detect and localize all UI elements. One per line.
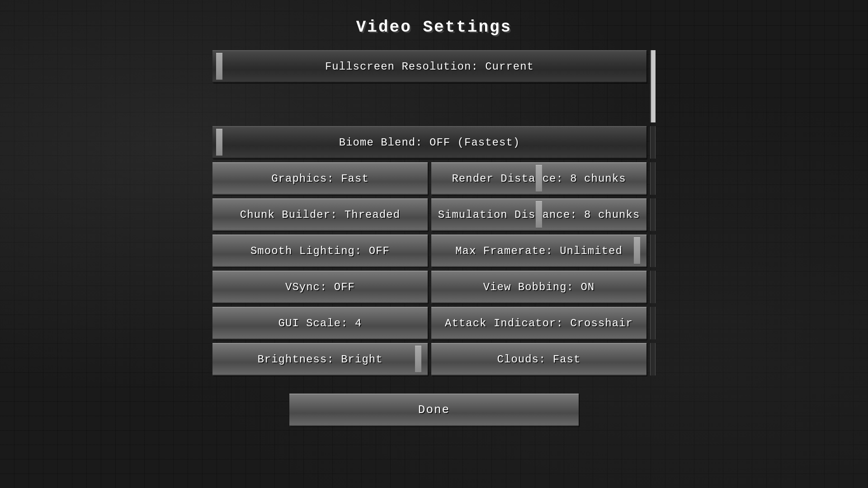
fullscreen-resolution-row: Fullscreen Resolution: Current xyxy=(212,50,656,122)
fullscreen-resolution-wrapper: Fullscreen Resolution: Current xyxy=(212,50,646,83)
brightness-button[interactable]: Brightness: Bright xyxy=(212,343,428,375)
simulation-distance-slider[interactable] xyxy=(536,201,542,228)
brightness-wrapper: Brightness: Bright xyxy=(212,343,428,375)
graphics-button[interactable]: Graphics: Fast xyxy=(212,162,428,195)
vsync-button[interactable]: VSync: OFF xyxy=(212,271,428,303)
biome-blend-wrapper: Biome Blend: OFF (Fastest) xyxy=(212,126,646,159)
smooth-framerate-row: Smooth Lighting: OFF Max Framerate: Unli… xyxy=(212,235,656,267)
attack-indicator-button[interactable]: Attack Indicator: Crosshair xyxy=(431,307,646,339)
brightness-clouds-row: Brightness: Bright Clouds: Fast xyxy=(212,343,656,375)
clouds-button[interactable]: Clouds: Fast xyxy=(431,343,646,375)
vsync-bobbing-row: VSync: OFF View Bobbing: ON xyxy=(212,271,656,303)
render-distance-slider[interactable] xyxy=(536,165,542,192)
chunk-simulation-row: Chunk Builder: Threaded Simulation Dista… xyxy=(212,198,656,231)
view-bobbing-button[interactable]: View Bobbing: ON xyxy=(431,271,646,303)
fullscreen-resolution-button[interactable]: Fullscreen Resolution: Current xyxy=(212,50,646,83)
settings-container: Fullscreen Resolution: Current Biome Ble… xyxy=(212,50,656,379)
page-title: Video Settings xyxy=(356,18,512,37)
max-framerate-slider[interactable] xyxy=(634,237,640,264)
simulation-distance-wrapper: Simulation Distance: 8 chunks xyxy=(431,198,646,231)
graphics-render-row: Graphics: Fast Render Distance: 8 chunks xyxy=(212,162,656,195)
smooth-lighting-button[interactable]: Smooth Lighting: OFF xyxy=(212,235,428,267)
max-framerate-wrapper: Max Framerate: Unlimited xyxy=(431,235,646,267)
biome-blend-button[interactable]: Biome Blend: OFF (Fastest) xyxy=(212,126,646,159)
chunk-builder-button[interactable]: Chunk Builder: Threaded xyxy=(212,198,428,231)
biome-blend-row: Biome Blend: OFF (Fastest) xyxy=(212,126,656,159)
gui-attack-row: GUI Scale: 4 Attack Indicator: Crosshair xyxy=(212,307,656,339)
gui-scale-button[interactable]: GUI Scale: 4 xyxy=(212,307,428,339)
render-distance-wrapper: Render Distance: 8 chunks xyxy=(431,162,646,195)
brightness-slider[interactable] xyxy=(415,346,421,373)
max-framerate-button[interactable]: Max Framerate: Unlimited xyxy=(431,235,646,267)
fullscreen-resolution-slider[interactable] xyxy=(216,53,222,80)
done-button[interactable]: Done xyxy=(289,394,579,426)
biome-blend-slider[interactable] xyxy=(216,129,222,156)
